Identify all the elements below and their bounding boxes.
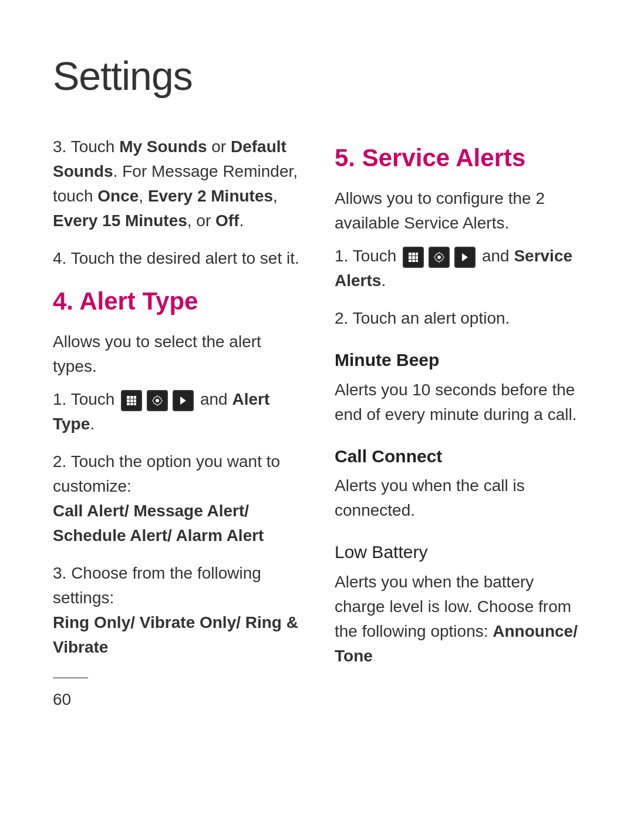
two-column-layout: 3. Touch My Sounds or Default Sounds. Fo… xyxy=(53,135,581,712)
step1-text: 1. Touch xyxy=(53,390,269,433)
off-label: Off xyxy=(215,211,239,230)
low-battery-section: Low Battery Alerts you when the battery … xyxy=(335,539,581,668)
alert-type-step2: 2. Touch the option you want to customiz… xyxy=(53,449,299,548)
svg-rect-1 xyxy=(130,396,133,399)
svg-rect-16 xyxy=(416,256,418,259)
step4-text: 4. Touch the desired alert to set it. xyxy=(53,249,299,267)
svg-rect-13 xyxy=(416,253,418,256)
page-container: Settings 3. Touch My Sounds or Default S… xyxy=(0,0,634,759)
call-connect-heading: Call Connect xyxy=(335,443,581,469)
svg-marker-21 xyxy=(462,253,468,261)
once-label: Once xyxy=(97,187,139,205)
service-step1-text: 1. Touch xyxy=(335,247,572,290)
svg-rect-18 xyxy=(412,260,415,262)
page-divider xyxy=(53,677,88,678)
service-gear-icon xyxy=(429,247,450,268)
service-alerts-step2: 2. Touch an alert option. xyxy=(335,306,581,331)
service-arrow-icon xyxy=(454,247,476,268)
service-step1-icons xyxy=(401,247,477,268)
every15-label: Every 15 Minutes xyxy=(53,211,187,230)
svg-rect-19 xyxy=(416,260,418,262)
section-5-heading: 5. Service Alerts xyxy=(335,140,581,176)
arrow-icon xyxy=(173,390,194,411)
svg-rect-0 xyxy=(127,396,130,399)
low-battery-heading: Low Battery xyxy=(335,539,581,565)
alert-type-step3: 3. Choose from the following settings: R… xyxy=(53,561,299,660)
svg-marker-10 xyxy=(180,397,186,405)
every2-label: Every 2 Minutes xyxy=(148,187,273,205)
my-sounds-label: My Sounds xyxy=(119,137,207,156)
step1-icons xyxy=(119,390,195,411)
right-column: 5. Service Alerts Allows you to configur… xyxy=(335,135,581,677)
svg-point-20 xyxy=(437,256,441,259)
gear-icon xyxy=(147,390,168,411)
svg-rect-4 xyxy=(130,399,133,402)
step-4-touch: 4. Touch the desired alert to set it. xyxy=(53,246,299,271)
section-4-desc: Allows you to select the alert types. xyxy=(53,330,299,379)
step3-text: 3. Choose from the following settings: xyxy=(53,561,299,610)
call-connect-section: Call Connect Alerts you when the call is… xyxy=(335,443,581,523)
svg-rect-7 xyxy=(130,403,133,405)
svg-rect-8 xyxy=(134,403,136,405)
step3-intro: 3. Touch My Sounds or Default Sounds. Fo… xyxy=(53,137,298,230)
step2-bold: Call Alert/ Message Alert/ Schedule Aler… xyxy=(53,502,264,545)
svg-rect-11 xyxy=(409,253,412,256)
minute-beep-section: Minute Beep Alerts you 10 seconds before… xyxy=(335,347,581,427)
svg-rect-14 xyxy=(409,256,412,259)
svg-rect-6 xyxy=(127,403,130,405)
service-grid-icon xyxy=(403,247,424,268)
svg-rect-12 xyxy=(412,253,415,256)
grid-icon xyxy=(121,390,142,411)
section-5-desc: Allows you to configure the 2 available … xyxy=(335,186,581,236)
service-step2-text: 2. Touch an alert option. xyxy=(335,309,510,327)
step-3-sounds: 3. Touch My Sounds or Default Sounds. Fo… xyxy=(53,135,299,233)
svg-rect-15 xyxy=(412,256,415,259)
page-number: 60 xyxy=(53,690,71,708)
step2-text: 2. Touch the option you want to customiz… xyxy=(53,449,299,499)
left-column: 3. Touch My Sounds or Default Sounds. Fo… xyxy=(53,135,299,712)
page-title: Settings xyxy=(53,47,581,105)
svg-rect-3 xyxy=(127,399,130,402)
service-alerts-step1: 1. Touch xyxy=(335,244,581,293)
svg-rect-5 xyxy=(134,399,136,402)
svg-point-9 xyxy=(156,399,159,402)
alert-type-step1: 1. Touch xyxy=(53,387,299,436)
svg-rect-17 xyxy=(409,260,412,262)
low-battery-desc: Alerts you when the battery charge level… xyxy=(335,570,581,668)
svg-rect-2 xyxy=(134,396,136,399)
call-connect-desc: Alerts you when the call is connected. xyxy=(335,473,581,523)
minute-beep-desc: Alerts you 10 seconds before the end of … xyxy=(335,378,581,427)
step3-bold: Ring Only/ Vibrate Only/ Ring & Vibrate xyxy=(53,613,298,656)
minute-beep-heading: Minute Beep xyxy=(335,347,581,373)
section-4-heading: 4. Alert Type xyxy=(53,284,299,320)
